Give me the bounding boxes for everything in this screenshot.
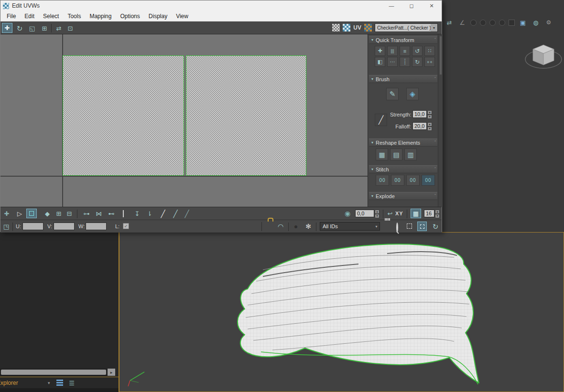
mirror-icon[interactable]: ⇄ <box>445 18 454 27</box>
uv-island-right[interactable] <box>186 55 306 176</box>
spinner-up-icon[interactable]: ▴ <box>427 110 432 115</box>
uv-island-left[interactable] <box>63 55 184 176</box>
percent-snap-icon[interactable] <box>489 20 496 26</box>
align-horizontal-button[interactable]: ◧ <box>375 57 385 67</box>
strength-field[interactable]: 10,0 <box>412 110 427 118</box>
menu-select[interactable]: Select <box>39 11 63 21</box>
zoom-extents-selected-button[interactable] <box>417 222 427 231</box>
coordinate-field[interactable]: 0,0 <box>355 210 374 217</box>
relax-button[interactable]: ▥ <box>404 148 417 160</box>
paint-move-brush-button[interactable]: ✎ <box>386 88 399 100</box>
dock-scrollbar-thumb[interactable] <box>1 370 106 375</box>
u-field[interactable] <box>22 222 43 230</box>
stitch-target-button[interactable]: 00 <box>422 175 435 186</box>
scale-tool-button[interactable]: ◱ <box>27 23 37 33</box>
paint-soft-selection-icon[interactable]: ● <box>291 222 301 231</box>
rotate-ccw-button[interactable]: ↺ <box>412 46 423 56</box>
break-icon[interactable]: ⊷ <box>107 209 116 218</box>
move-selected-icon[interactable]: ✚ <box>2 209 11 218</box>
relax-pen-icon[interactable]: ╱ <box>182 209 192 218</box>
menu-display[interactable]: Display <box>144 11 172 21</box>
rollout-quick-transform[interactable]: ▾ Quick Transform ˆ <box>369 36 437 44</box>
minimize-button[interactable]: — <box>381 0 401 11</box>
freeform-tool-button[interactable]: ⊞ <box>40 23 49 33</box>
polygon-subobject-button[interactable] <box>26 209 37 218</box>
align-vertical-button[interactable]: ✚ <box>375 46 385 56</box>
linear-align-horizontal-button[interactable]: ≡ <box>400 46 410 56</box>
distribute-horizontal-button[interactable]: ∘∘ <box>424 57 435 67</box>
unpin-tool-icon[interactable]: ⇂ <box>145 209 154 218</box>
close-button[interactable]: ✕ <box>422 0 442 11</box>
grid-size-spinner[interactable]: ▴ ▾ <box>435 210 440 217</box>
gear-icon[interactable]: ⚙ <box>544 18 553 27</box>
render-setup-icon[interactable]: ▣ <box>518 18 528 27</box>
panel-scrollbar-thumb[interactable] <box>440 36 442 74</box>
straighten-selection-button[interactable]: ▦ <box>376 148 388 160</box>
checker-pattern-icon[interactable] <box>343 24 350 32</box>
spinner-up-icon[interactable]: ▴ <box>435 210 440 214</box>
zoom-region-icon[interactable] <box>407 223 412 229</box>
falloff-field[interactable]: 20,0 <box>412 122 427 130</box>
uv-shell-icon[interactable]: ◳ <box>1 222 11 231</box>
freeze-icon[interactable]: ✻ <box>304 222 313 231</box>
grid-tool-b-icon[interactable]: ⊟ <box>65 209 74 218</box>
menu-mapping[interactable]: Mapping <box>85 11 116 21</box>
space-vertical-button[interactable]: ┊ <box>400 57 410 67</box>
menu-edit[interactable]: Edit <box>20 11 39 21</box>
stitch-custom-button[interactable]: 00 <box>376 175 389 186</box>
spinner-up-icon[interactable]: ▴ <box>375 210 380 214</box>
menu-options[interactable]: Options <box>116 11 144 21</box>
rollout-reshape-elements[interactable]: ▾ Reshape Elements ˆ <box>369 138 437 147</box>
target-weld-icon[interactable]: ⋈ <box>94 209 104 218</box>
named-selection-icon[interactable] <box>509 20 515 26</box>
material-id-dropdown[interactable]: All IDs ▾ <box>320 222 380 231</box>
show-grid-icon[interactable] <box>332 24 340 32</box>
grid-size-field[interactable]: 16 <box>424 210 434 217</box>
strength-spinner[interactable]: ▴ ▾ <box>427 110 432 118</box>
brush-falloff-curve-button[interactable]: ╱ <box>375 114 387 126</box>
element-mode-icon[interactable]: ◆ <box>43 209 52 218</box>
panel-scrollbar[interactable] <box>438 34 443 207</box>
spline-brush-icon[interactable]: ╱ <box>171 209 180 218</box>
explorer-dropdown-icon[interactable]: ▾ <box>48 381 50 385</box>
texture-checker-icon[interactable] <box>364 24 372 32</box>
absolute-typein-icon[interactable]: ◉ <box>343 209 352 218</box>
pen-tool-icon[interactable]: ╱ <box>158 209 168 218</box>
stitch-source-button[interactable]: 00 <box>406 175 420 186</box>
w-field[interactable] <box>86 222 107 230</box>
spinner-up-icon[interactable]: ▴ <box>427 122 432 127</box>
menu-file[interactable]: File <box>2 11 20 21</box>
relax-until-flat-button[interactable]: ▤ <box>390 148 402 160</box>
maximize-button[interactable]: ◻ <box>401 0 422 11</box>
mirror-tool-button[interactable]: ⇄ <box>54 23 64 33</box>
spinner-down-icon[interactable]: ▾ <box>427 127 432 131</box>
spinner-snap-icon[interactable] <box>499 20 505 26</box>
soft-selection-icon[interactable]: ◠ <box>276 222 285 231</box>
stitch-average-button[interactable]: 00 <box>391 175 404 186</box>
perspective-viewport[interactable] <box>119 232 564 392</box>
rotate-90-icon[interactable]: ↩ <box>385 209 395 218</box>
axis-mode-label[interactable]: XY <box>395 211 403 216</box>
snap-tool-button[interactable]: ⊡ <box>65 23 75 33</box>
grid-snap-button[interactable]: ▦ <box>411 209 421 218</box>
rotate-cw-button[interactable]: ↻ <box>412 57 423 67</box>
menu-view[interactable]: View <box>172 11 193 21</box>
spinner-down-icon[interactable]: ▾ <box>375 214 380 218</box>
list-view-icon[interactable]: ☰ <box>67 378 76 388</box>
zoom-reset-icon[interactable]: ↻ <box>431 222 440 231</box>
rollout-stitch[interactable]: ▾ Stitch ˆ <box>369 165 437 173</box>
menu-tools[interactable]: Tools <box>63 11 85 21</box>
zoom-icon[interactable] <box>396 222 398 233</box>
texture-selector-dropdown[interactable]: CheckerPatt...( Checker ) ▾ <box>375 23 438 32</box>
linear-align-vertical-button[interactable]: ||| <box>387 46 398 56</box>
rollout-brush[interactable]: ▾ Brush ˆ <box>369 75 437 83</box>
distribute-vertical-button[interactable]: ∷ <box>424 46 435 56</box>
uv-editor-canvas[interactable] <box>0 34 368 207</box>
select-element-icon[interactable]: ▷ <box>15 209 24 218</box>
pin-tool-icon[interactable]: ↧ <box>132 209 142 218</box>
spinner-down-icon[interactable]: ▾ <box>427 115 432 119</box>
space-horizontal-button[interactable]: ⋯ <box>387 57 398 67</box>
layers-icon[interactable] <box>56 380 63 386</box>
relax-brush-button[interactable]: ◈ <box>406 88 419 100</box>
dock-scroll-right-button[interactable]: ▸ <box>108 369 115 376</box>
